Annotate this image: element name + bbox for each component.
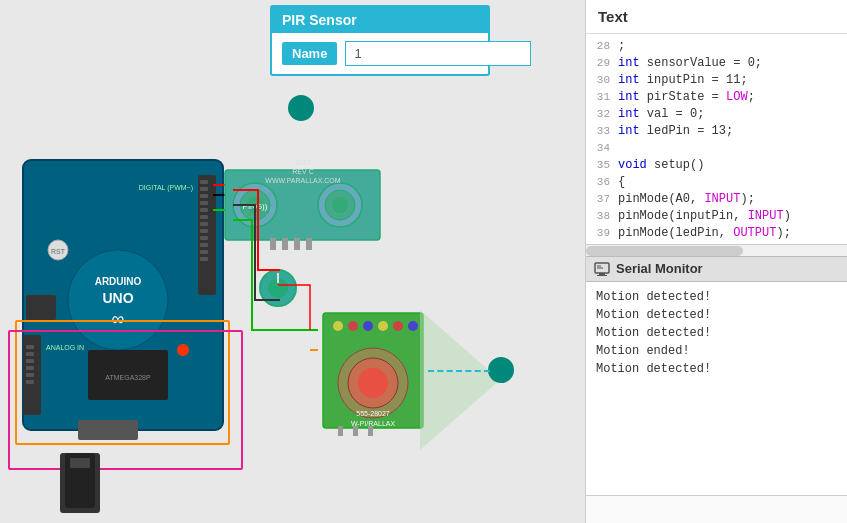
svg-rect-14 (200, 229, 208, 233)
serial-message: Motion detected! (596, 360, 837, 378)
svg-rect-24 (26, 366, 34, 370)
svg-rect-16 (200, 243, 208, 247)
svg-point-29 (177, 344, 189, 356)
svg-text:RST: RST (51, 248, 66, 255)
serial-message: Motion detected! (596, 288, 837, 306)
line-content: pinMode(A0, INPUT); (618, 191, 755, 208)
svg-rect-46 (282, 238, 288, 250)
svg-rect-11 (200, 208, 208, 212)
line-content: void setup() (618, 157, 704, 174)
line-number: 31 (590, 89, 618, 106)
svg-text:∞: ∞ (112, 309, 125, 329)
code-line: 39 pinMode(ledPin, OUTPUT); (586, 225, 847, 242)
teal-dot-right (488, 357, 514, 383)
dashed-connection-line (428, 370, 490, 372)
svg-text:DIGITAL (PWM~): DIGITAL (PWM~) (139, 184, 193, 192)
line-number: 30 (590, 72, 618, 89)
serial-input-area[interactable] (586, 495, 847, 523)
line-number: 39 (590, 225, 618, 242)
line-content: int inputPin = 11; (618, 72, 748, 89)
arduino-board: ARDUINO UNO ∞ DIGITAL (PWM~) ANALOG IN (18, 155, 233, 445)
svg-rect-22 (26, 352, 34, 356)
svg-rect-8 (200, 187, 208, 191)
svg-text:555-28027: 555-28027 (356, 410, 390, 417)
code-line: 33int ledPin = 13; (586, 123, 847, 140)
svg-rect-26 (26, 380, 34, 384)
svg-text:W-PI/RALLAX: W-PI/RALLAX (351, 420, 396, 427)
svg-rect-7 (200, 180, 208, 184)
svg-text:ARDUINO: ARDUINO (95, 276, 142, 287)
line-number: 32 (590, 106, 618, 123)
svg-point-56 (333, 321, 343, 331)
svg-rect-74 (597, 275, 607, 276)
serial-message: Motion detected! (596, 306, 837, 324)
svg-point-44 (332, 197, 348, 213)
pir-name-label: Name (282, 42, 337, 65)
svg-text:PING)): PING)) (243, 202, 268, 211)
code-line: 32int val = 0; (586, 106, 847, 123)
code-line: 37 pinMode(A0, INPUT); (586, 191, 847, 208)
svg-rect-17 (200, 250, 208, 254)
code-line: 31int pirState = LOW; (586, 89, 847, 106)
line-number: 33 (590, 123, 618, 140)
line-number: 28 (590, 38, 618, 55)
svg-text:REV C: REV C (292, 168, 313, 175)
svg-text:ATMEGA328P: ATMEGA328P (105, 374, 151, 381)
line-number: 38 (590, 208, 618, 225)
line-content: int pirState = LOW; (618, 89, 755, 106)
line-content: ; (618, 38, 625, 55)
svg-rect-12 (200, 215, 208, 219)
svg-rect-73 (599, 273, 605, 275)
svg-point-58 (363, 321, 373, 331)
svg-point-64 (358, 368, 388, 398)
code-line: 29int sensorValue = 0; (586, 55, 847, 72)
line-content: pinMode(ledPin, OUTPUT); (618, 225, 791, 242)
teal-dot-top (288, 95, 314, 121)
serial-input[interactable] (586, 496, 847, 523)
line-content: pinMode(inputPin, INPUT) (618, 208, 791, 225)
pir-sensor-popup: PIR Sensor Name (270, 5, 490, 76)
usb-cable (60, 453, 100, 513)
code-line: 38 pinMode(inputPin, INPUT) (586, 208, 847, 225)
svg-rect-71 (70, 458, 90, 468)
svg-rect-21 (26, 345, 34, 349)
svg-rect-23 (26, 359, 34, 363)
svg-text:UNO: UNO (102, 290, 133, 306)
ultrasonic-sensor: PING)) 2015 REV C WWW.PARALLAX.COM (220, 150, 390, 250)
svg-point-60 (393, 321, 403, 331)
pir-popup-title: PIR Sensor (272, 7, 488, 33)
code-line: 35void setup() (586, 157, 847, 174)
pir-name-input[interactable] (345, 41, 531, 66)
svg-point-61 (408, 321, 418, 331)
svg-rect-5 (198, 175, 216, 295)
svg-rect-45 (270, 238, 276, 250)
svg-rect-25 (26, 373, 34, 377)
line-content: int ledPin = 13; (618, 123, 733, 140)
serial-monitor-header: Serial Monitor (586, 256, 847, 282)
line-number: 29 (590, 55, 618, 72)
potentiometer (258, 268, 298, 312)
svg-text:WWW.PARALLAX.COM: WWW.PARALLAX.COM (265, 177, 340, 184)
svg-rect-13 (200, 222, 208, 226)
svg-rect-15 (200, 236, 208, 240)
code-line: 28; (586, 38, 847, 55)
line-content: int sensorValue = 0; (618, 55, 762, 72)
svg-text:2015: 2015 (295, 159, 311, 166)
svg-rect-67 (338, 426, 343, 436)
line-number: 35 (590, 157, 618, 174)
right-panel: Text 28;29int sensorValue = 0;30int inpu… (585, 0, 847, 523)
svg-rect-31 (78, 420, 138, 440)
line-content: int val = 0; (618, 106, 704, 123)
code-scrollbar[interactable] (586, 244, 847, 256)
text-panel-title: Text (586, 0, 847, 34)
svg-text:ANALOG IN: ANALOG IN (46, 344, 84, 351)
svg-point-59 (378, 321, 388, 331)
pir-sensor-component: 555-28027 W-PI/RALLAX (318, 308, 428, 438)
serial-monitor-icon (594, 261, 610, 277)
line-number: 37 (590, 191, 618, 208)
serial-monitor-label: Serial Monitor (616, 261, 703, 276)
svg-rect-30 (26, 295, 56, 320)
canvas-area: PIR Sensor Name ARDUINO UNO ∞ DIGITAL (P… (0, 0, 585, 523)
scrollbar-thumb[interactable] (586, 246, 743, 256)
code-line: 30int inputPin = 11; (586, 72, 847, 89)
